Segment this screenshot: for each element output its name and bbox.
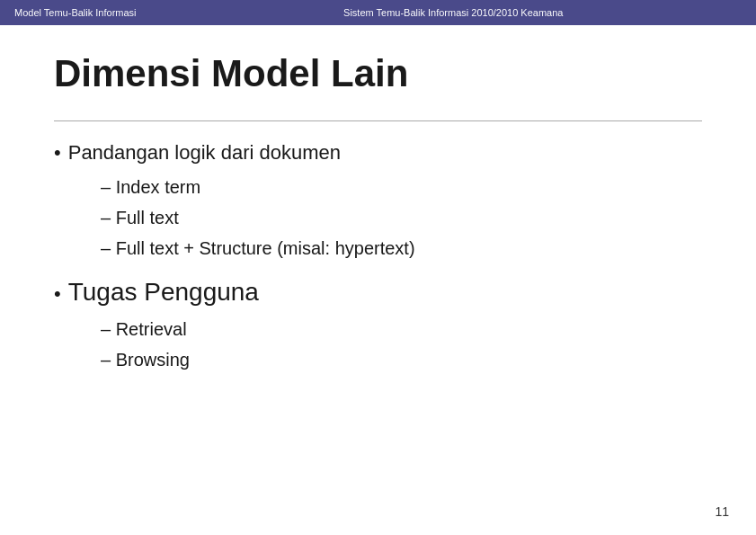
bullet-1-sub-items: – Index term – Full text – Full text + S… xyxy=(101,174,702,262)
bullet-dot-1: • xyxy=(54,141,61,165)
header-left-label: Model Temu-Balik Informasi xyxy=(0,7,151,18)
sub-item-2-1: – Retrieval xyxy=(101,316,702,343)
bullet-main-2: • Tugas Pengguna xyxy=(54,278,702,307)
bullet-main-1: • Pandangan logik dari dokumen xyxy=(54,141,702,165)
sub-item-1-3: – Full text + Structure (misal: hypertex… xyxy=(101,235,702,262)
bullet-dot-2: • xyxy=(54,282,61,306)
page-number: 11 xyxy=(715,504,729,519)
sub-item-2-2: – Browsing xyxy=(101,346,702,373)
header-right-label: Sistem Temu-Balik Informasi 2010/2010 Ke… xyxy=(151,7,756,18)
bullet-section-1: • Pandangan logik dari dokumen – Index t… xyxy=(54,141,702,262)
slide-title: Dimensi Model Lain xyxy=(54,52,702,95)
bullet-2-sub-items: – Retrieval – Browsing xyxy=(101,316,702,373)
sub-item-1-2: – Full text xyxy=(101,204,702,231)
title-divider xyxy=(54,120,702,121)
main-content: Dimensi Model Lain • Pandangan logik dar… xyxy=(0,25,756,407)
bullet-section-2: • Tugas Pengguna – Retrieval – Browsing xyxy=(54,278,702,373)
bullet-main-2-text: Tugas Pengguna xyxy=(68,278,259,307)
sub-item-1-1: – Index term xyxy=(101,174,702,201)
header-bar: Model Temu-Balik Informasi Sistem Temu-B… xyxy=(0,0,756,25)
bullet-main-1-text: Pandangan logik dari dokumen xyxy=(68,141,341,165)
